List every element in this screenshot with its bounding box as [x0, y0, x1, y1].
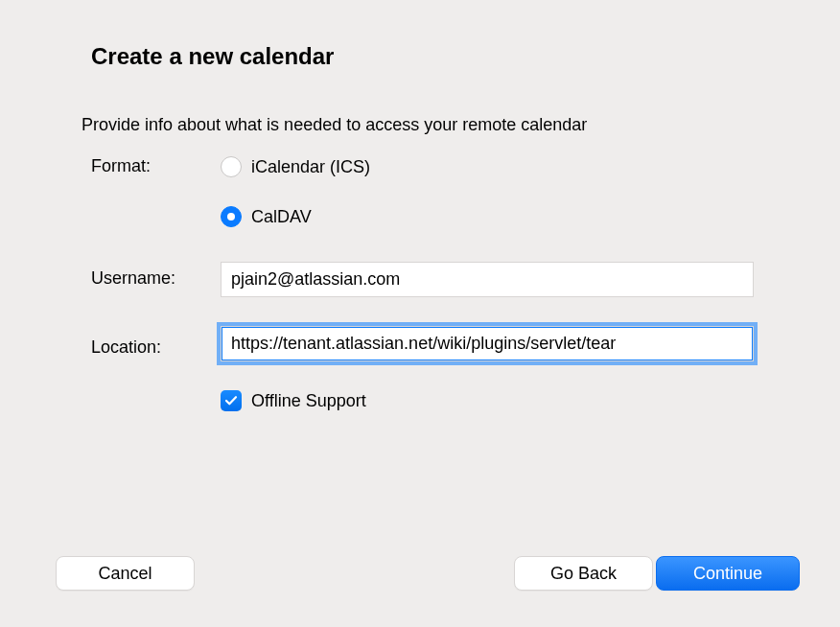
format-radio-ics[interactable]: iCalendar (ICS)	[221, 156, 370, 177]
format-radio-caldav[interactable]: CalDAV	[221, 206, 312, 227]
continue-button[interactable]: Continue	[656, 556, 800, 591]
username-label: Username:	[91, 268, 175, 289]
cancel-button[interactable]: Cancel	[56, 556, 195, 591]
location-label: Location:	[91, 337, 161, 358]
dialog-subtitle: Provide info about what is needed to acc…	[82, 115, 587, 135]
radio-selected-icon	[221, 206, 242, 227]
format-radio-ics-label: iCalendar (ICS)	[251, 157, 370, 177]
offline-support-checkbox[interactable]: Offline Support	[221, 390, 366, 411]
format-label: Format:	[91, 156, 151, 176]
radio-icon	[221, 156, 242, 177]
go-back-button[interactable]: Go Back	[514, 556, 653, 591]
offline-support-label: Offline Support	[251, 391, 366, 411]
checkbox-checked-icon	[221, 390, 242, 411]
username-input[interactable]	[221, 262, 754, 297]
format-radio-caldav-label: CalDAV	[251, 207, 312, 227]
location-input[interactable]	[221, 326, 754, 361]
dialog-title: Create a new calendar	[91, 43, 334, 70]
